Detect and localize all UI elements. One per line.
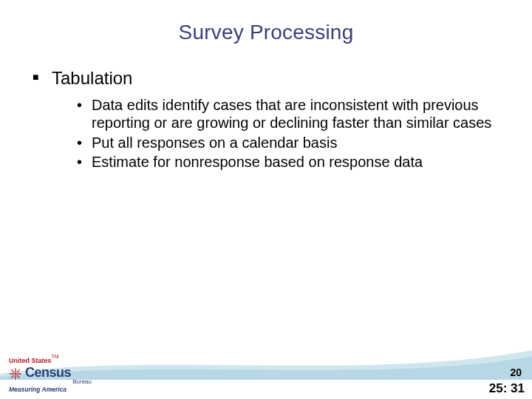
page-number: 20 bbox=[510, 366, 522, 378]
svg-line-7 bbox=[12, 375, 14, 378]
slide-body: Tabulation Data edits identify cases tha… bbox=[0, 44, 532, 171]
bullet-item: Estimate for nonresponse based on respon… bbox=[77, 153, 499, 171]
video-timestamp: 25: 31 bbox=[489, 381, 525, 396]
svg-line-4 bbox=[12, 370, 14, 372]
slide: Survey Processing Tabulation Data edits … bbox=[0, 0, 532, 399]
census-logo: United StatesTM Census Bureau Measuring … bbox=[9, 352, 98, 393]
bullet-item: Data edits identify cases that are incon… bbox=[77, 96, 499, 132]
top-level-list: Tabulation Data edits identify cases tha… bbox=[33, 68, 499, 171]
bullet-item: Put all responses on a calendar basis bbox=[77, 134, 499, 151]
section-heading: Tabulation bbox=[52, 68, 132, 88]
sub-bullet-list: Data edits identify cases that are incon… bbox=[52, 96, 499, 171]
logo-word: Census bbox=[25, 365, 71, 381]
svg-point-8 bbox=[15, 373, 17, 375]
section-item: Tabulation Data edits identify cases tha… bbox=[33, 68, 499, 171]
slide-title: Survey Processing bbox=[0, 0, 532, 44]
logo-tagline: Measuring America bbox=[9, 386, 98, 393]
svg-line-6 bbox=[17, 370, 19, 372]
svg-line-5 bbox=[17, 375, 19, 378]
logo-top-line: United StatesTM bbox=[9, 352, 98, 366]
census-burst-icon bbox=[9, 367, 22, 381]
